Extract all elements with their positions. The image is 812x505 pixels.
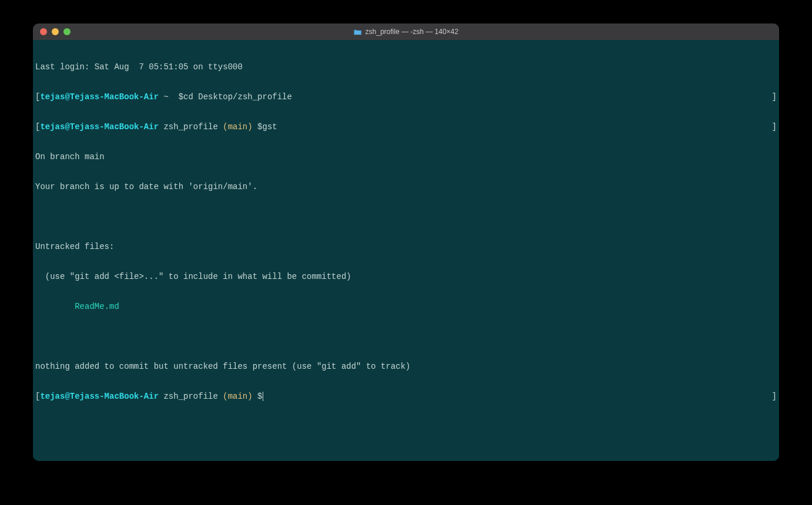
cwd-path: zsh_profile bbox=[159, 392, 223, 401]
prompt-line-2: [tejas@Tejass-MacBook-Air zsh_profile (m… bbox=[35, 122, 777, 132]
prompt-symbol: $ bbox=[253, 392, 263, 401]
prompt-line-1: [tejas@Tejass-MacBook-Air ~ $cd Desktop/… bbox=[35, 92, 777, 102]
cwd-path: ~ bbox=[159, 92, 173, 102]
maximize-button[interactable] bbox=[63, 28, 71, 35]
user-host: tejas@Tejass-MacBook-Air bbox=[40, 122, 159, 132]
terminal-window: zsh_profile — -zsh — 140×42 Last login: … bbox=[33, 23, 779, 461]
git-branch: (main) bbox=[223, 122, 252, 132]
bracket-close: ] bbox=[772, 92, 777, 102]
bracket-close: ] bbox=[772, 122, 777, 132]
command-text: gst bbox=[263, 122, 277, 132]
untracked-file-text: ReadMe.md bbox=[35, 302, 119, 311]
close-button[interactable] bbox=[40, 28, 47, 35]
window-title: zsh_profile — -zsh — 140×42 bbox=[365, 28, 458, 36]
untracked-header-line: Untracked files: bbox=[35, 242, 777, 252]
prompt-symbol: $ bbox=[173, 92, 183, 102]
traffic-lights bbox=[33, 28, 71, 35]
last-login-line: Last login: Sat Aug 7 05:51:05 on ttys00… bbox=[35, 62, 777, 72]
bracket-close: ] bbox=[772, 392, 777, 402]
up-to-date-text: Your branch is up to date with 'origin/m… bbox=[35, 182, 257, 191]
window-titlebar: zsh_profile — -zsh — 140×42 bbox=[33, 23, 779, 40]
user-host: tejas@Tejass-MacBook-Air bbox=[40, 92, 159, 102]
last-login-text: Last login: Sat Aug 7 05:51:05 on ttys00… bbox=[35, 62, 243, 72]
cwd-path: zsh_profile bbox=[159, 122, 223, 132]
blank-line bbox=[35, 212, 777, 222]
untracked-hint-text: (use "git add <file>..." to include in w… bbox=[35, 272, 351, 281]
untracked-header-text: Untracked files: bbox=[35, 242, 114, 251]
nothing-added-line: nothing added to commit but untracked fi… bbox=[35, 362, 777, 372]
git-output-branch: On branch main bbox=[35, 152, 777, 162]
on-branch-text: On branch main bbox=[35, 152, 105, 161]
user-host: tejas@Tejass-MacBook-Air bbox=[40, 392, 159, 401]
nothing-added-text: nothing added to commit but untracked fi… bbox=[35, 362, 411, 371]
prompt-line-3: [tejas@Tejass-MacBook-Air zsh_profile (m… bbox=[35, 392, 777, 402]
cursor bbox=[263, 392, 263, 401]
window-title-group: zsh_profile — -zsh — 140×42 bbox=[354, 28, 458, 36]
folder-icon bbox=[354, 29, 362, 35]
untracked-file-line: ReadMe.md bbox=[35, 302, 777, 312]
untracked-hint-line: (use "git add <file>..." to include in w… bbox=[35, 272, 777, 282]
blank-line bbox=[35, 332, 777, 342]
command-text: cd Desktop/zsh_profile bbox=[183, 92, 292, 102]
prompt-symbol: $ bbox=[253, 122, 263, 132]
git-branch: (main) bbox=[223, 392, 252, 401]
git-output-uptodate: Your branch is up to date with 'origin/m… bbox=[35, 182, 777, 192]
terminal-content[interactable]: Last login: Sat Aug 7 05:51:05 on ttys00… bbox=[33, 40, 779, 461]
minimize-button[interactable] bbox=[52, 28, 59, 35]
